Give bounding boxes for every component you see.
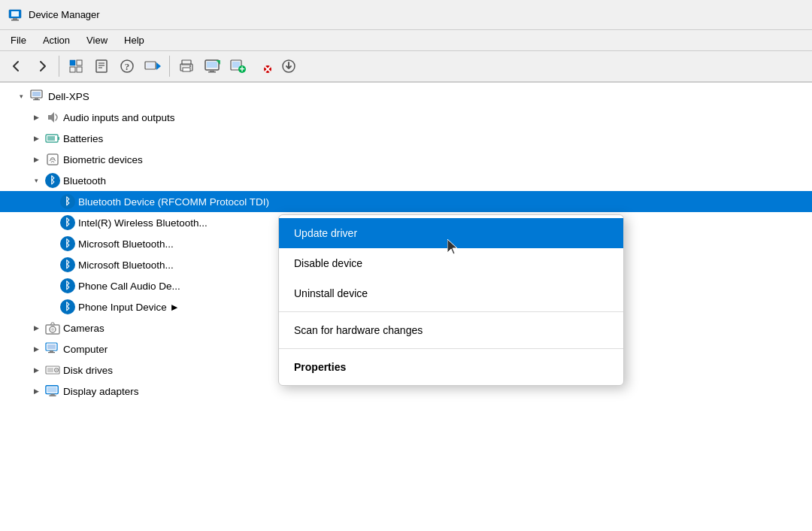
bt-device3-icon: ᛒ: [60, 236, 75, 251]
batteries-chevron[interactable]: ▶: [30, 132, 42, 144]
biometric-chevron[interactable]: ▶: [30, 153, 42, 165]
svg-rect-56: [47, 387, 57, 393]
svg-rect-6: [70, 67, 75, 72]
svg-rect-36: [32, 92, 41, 96]
forward-button[interactable]: [30, 55, 54, 77]
computer-tree-icon: [45, 341, 60, 357]
tree-root[interactable]: ▾ Dell-XPS: [0, 86, 812, 107]
root-label: Dell-XPS: [48, 91, 89, 102]
svg-rect-38: [33, 99, 40, 100]
computer-label: Computer: [63, 344, 108, 355]
remove-device-button[interactable]: [251, 55, 275, 77]
svg-rect-37: [35, 98, 38, 99]
main-content: ▾ Dell-XPS ▶ Audio inp: [0, 83, 812, 531]
disk-label: Disk drives: [63, 365, 113, 376]
menu-bar: File Action View Help: [0, 30, 812, 51]
svg-rect-7: [77, 67, 82, 72]
bt-device5-label: Phone Call Audio De...: [78, 281, 180, 292]
context-menu: Update driver Disable device Uninstall d…: [278, 214, 624, 386]
bluetooth-chevron[interactable]: ▾: [30, 174, 42, 187]
svg-rect-48: [47, 344, 56, 349]
bt-device1-label: Bluetooth Device (RFCOMM Protocol TDI): [78, 196, 269, 208]
menu-help[interactable]: Help: [117, 32, 152, 48]
display-chevron[interactable]: ▶: [30, 385, 42, 397]
svg-rect-19: [183, 68, 190, 71]
menu-file[interactable]: File: [3, 32, 34, 48]
svg-rect-50: [48, 352, 55, 353]
print-button[interactable]: [174, 55, 198, 77]
bt-device1-icon: ᛒ: [60, 194, 75, 209]
ctx-separator-1: [279, 311, 623, 312]
cameras-icon: [45, 320, 60, 335]
batteries-label: Batteries: [63, 133, 103, 144]
tree-item-batteries[interactable]: ▶ Batteries: [0, 128, 812, 149]
svg-rect-42: [58, 137, 59, 140]
bt-device2-icon: ᛒ: [60, 215, 75, 230]
disk-icon: [45, 363, 60, 378]
audio-icon: [45, 110, 60, 125]
window-title: Device Manager: [29, 9, 100, 20]
bt-device6-label: Phone Input Device ►: [78, 302, 180, 313]
bluetooth-label: Bluetooth: [63, 175, 106, 187]
bt-device2-label: Intel(R) Wireless Bluetooth...: [78, 217, 208, 229]
audio-label: Audio inputs and outputs: [63, 112, 175, 123]
bt-device4-icon: ᛒ: [60, 257, 75, 272]
tree-item-bluetooth[interactable]: ▾ ᛒ Bluetooth: [0, 170, 812, 191]
svg-rect-57: [50, 394, 54, 396]
svg-rect-2: [13, 18, 17, 20]
bluetooth-parent-icon: ᛒ: [45, 173, 60, 188]
toolbar: ? +: [0, 51, 812, 83]
help-toolbar-button[interactable]: ?: [115, 55, 139, 77]
toolbar-separator-1: [59, 56, 59, 77]
cameras-chevron[interactable]: ▶: [30, 322, 42, 334]
svg-rect-52: [47, 368, 53, 372]
ctx-separator-2: [279, 348, 623, 349]
svg-text:?: ?: [125, 61, 130, 72]
properties-button[interactable]: [89, 55, 114, 77]
svg-rect-8: [96, 60, 107, 72]
ctx-properties[interactable]: Properties: [279, 352, 623, 382]
svg-rect-24: [208, 71, 216, 73]
svg-rect-4: [70, 60, 75, 65]
svg-rect-23: [210, 70, 214, 71]
display-icon: [45, 384, 60, 399]
toolbar-separator-2: [169, 56, 170, 77]
bt-device6-icon: ᛒ: [60, 299, 75, 314]
svg-marker-39: [48, 112, 54, 123]
svg-rect-22: [207, 62, 217, 68]
svg-rect-49: [50, 350, 53, 352]
svg-marker-16: [156, 62, 161, 70]
computer-chevron[interactable]: ▶: [30, 343, 42, 355]
bt-device5-icon: ᛒ: [60, 278, 75, 293]
ctx-update-driver[interactable]: Update driver: [279, 218, 623, 248]
show-hide-button[interactable]: [64, 55, 88, 77]
disk-chevron[interactable]: ▶: [30, 364, 42, 376]
menu-action[interactable]: Action: [35, 32, 77, 48]
audio-chevron[interactable]: ▶: [30, 111, 42, 123]
ctx-disable-device[interactable]: Disable device: [279, 248, 623, 278]
monitor-button[interactable]: [200, 55, 224, 77]
ctx-uninstall-device[interactable]: Uninstall device: [279, 278, 623, 308]
menu-view[interactable]: View: [79, 32, 115, 48]
svg-point-54: [56, 369, 57, 371]
tree-item-audio[interactable]: ▶ Audio inputs and outputs: [0, 107, 812, 128]
bt-device4-label: Microsoft Bluetooth...: [78, 259, 174, 271]
svg-rect-41: [47, 136, 55, 141]
download-button[interactable]: [277, 55, 301, 77]
tree-item-biometric[interactable]: ▶ Biometric devices: [0, 149, 812, 170]
add-device-button[interactable]: +: [226, 55, 250, 77]
bt-device3-label: Microsoft Bluetooth...: [78, 238, 174, 250]
batteries-icon: [45, 131, 60, 146]
svg-rect-15: [147, 63, 154, 68]
back-button[interactable]: [5, 55, 29, 77]
tree-item-bt-device1[interactable]: ▶ ᛒ Bluetooth Device (RFCOMM Protocol TD…: [0, 191, 812, 212]
biometric-icon: [45, 152, 60, 167]
update-driver-toolbar-button[interactable]: [141, 55, 165, 77]
svg-rect-3: [11, 20, 19, 21]
svg-text:+: +: [239, 64, 244, 74]
root-chevron[interactable]: ▾: [15, 90, 27, 102]
svg-rect-5: [77, 60, 82, 65]
ctx-scan-hardware[interactable]: Scan for hardware changes: [279, 315, 623, 345]
app-icon: [8, 8, 23, 23]
svg-point-20: [189, 65, 191, 67]
